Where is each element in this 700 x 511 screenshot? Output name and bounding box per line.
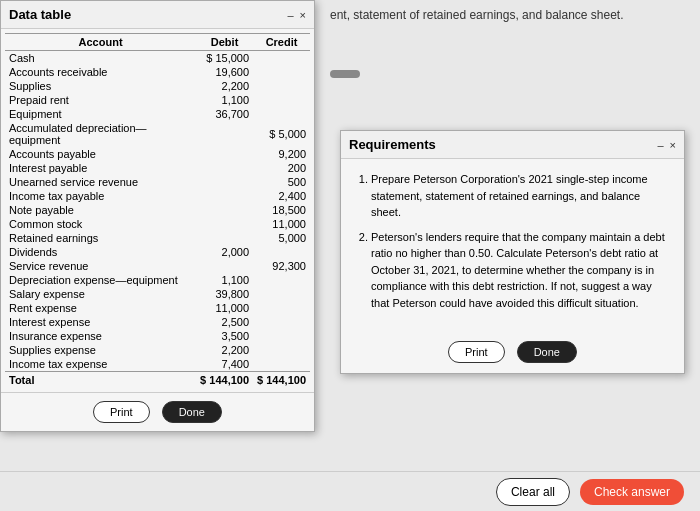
table-row: Insurance expense3,500 [5, 329, 310, 343]
cell-credit [253, 301, 310, 315]
total-debit: $ 144,100 [196, 372, 253, 389]
cell-credit [253, 79, 310, 93]
cell-debit: 2,200 [196, 343, 253, 357]
cell-credit [253, 343, 310, 357]
table-row: Equipment36,700 [5, 107, 310, 121]
cell-debit: 3,500 [196, 329, 253, 343]
cell-debit: 39,800 [196, 287, 253, 301]
cell-account: Accounts receivable [5, 65, 196, 79]
cell-debit: 1,100 [196, 273, 253, 287]
total-label: Total [5, 372, 196, 389]
cell-credit [253, 245, 310, 259]
req-modal-controls: – × [657, 139, 676, 151]
table-row: Common stock11,000 [5, 217, 310, 231]
table-row: Rent expense11,000 [5, 301, 310, 315]
requirements-modal-title: Requirements [349, 137, 436, 152]
table-row: Service revenue92,300 [5, 259, 310, 273]
col-credit: Credit [253, 34, 310, 51]
cell-account: Accumulated depreciation—equipment [5, 121, 196, 147]
table-row: Income tax expense7,400 [5, 357, 310, 372]
col-account: Account [5, 34, 196, 51]
requirements-body: Prepare Peterson Corporation's 2021 sing… [341, 159, 684, 331]
data-table-modal-header: Data table – × [1, 1, 314, 29]
table-row: Cash$ 15,000 [5, 51, 310, 66]
bg-middle-text: ent, statement of retained earnings, and… [330, 8, 624, 22]
cell-credit [253, 273, 310, 287]
cell-debit [196, 231, 253, 245]
data-table-print-button[interactable]: Print [93, 401, 150, 423]
cell-debit: 2,500 [196, 315, 253, 329]
clear-all-button[interactable]: Clear all [496, 478, 570, 506]
data-table-done-button[interactable]: Done [162, 401, 222, 423]
cell-account: Note payable [5, 203, 196, 217]
req-print-button[interactable]: Print [448, 341, 505, 363]
cell-debit: 11,000 [196, 301, 253, 315]
req-minimize-button[interactable]: – [657, 139, 663, 151]
cell-account: Common stock [5, 217, 196, 231]
cell-debit: 1,100 [196, 93, 253, 107]
cell-account: Dividends [5, 245, 196, 259]
cell-credit: 18,500 [253, 203, 310, 217]
requirements-modal-footer: Print Done [341, 331, 684, 373]
cell-account: Accounts payable [5, 147, 196, 161]
cell-debit: 2,000 [196, 245, 253, 259]
cell-credit: 11,000 [253, 217, 310, 231]
table-row: Supplies expense2,200 [5, 343, 310, 357]
data-table-modal-title: Data table [9, 7, 71, 22]
cell-account: Equipment [5, 107, 196, 121]
cell-account: Depreciation expense—equipment [5, 273, 196, 287]
requirement-item-1: Prepare Peterson Corporation's 2021 sing… [371, 171, 670, 221]
table-row: Retained earnings5,000 [5, 231, 310, 245]
req-done-button[interactable]: Done [517, 341, 577, 363]
cell-debit [196, 121, 253, 147]
table-row: Prepaid rent1,100 [5, 93, 310, 107]
cell-debit [196, 217, 253, 231]
cell-credit [253, 287, 310, 301]
cell-debit: 7,400 [196, 357, 253, 372]
cell-credit [253, 315, 310, 329]
data-table-modal-footer: Print Done [1, 392, 314, 431]
close-button[interactable]: × [300, 9, 306, 21]
table-row: Unearned service revenue500 [5, 175, 310, 189]
table-container: Account Debit Credit Cash$ 15,000Account… [1, 29, 314, 392]
cell-account: Rent expense [5, 301, 196, 315]
cell-debit [196, 189, 253, 203]
cell-credit: 9,200 [253, 147, 310, 161]
cell-credit: 200 [253, 161, 310, 175]
table-row: Salary expense39,800 [5, 287, 310, 301]
col-debit: Debit [196, 34, 253, 51]
data-table: Account Debit Credit Cash$ 15,000Account… [5, 33, 310, 388]
req-close-button[interactable]: × [670, 139, 676, 151]
table-row: Supplies2,200 [5, 79, 310, 93]
cell-account: Prepaid rent [5, 93, 196, 107]
cell-account: Income tax expense [5, 357, 196, 372]
cell-account: Service revenue [5, 259, 196, 273]
table-row: Accounts payable9,200 [5, 147, 310, 161]
ellipsis-bar [330, 70, 360, 78]
check-answer-button[interactable]: Check answer [580, 479, 684, 505]
minimize-button[interactable]: – [287, 9, 293, 21]
table-row: Interest payable200 [5, 161, 310, 175]
requirements-list: Prepare Peterson Corporation's 2021 sing… [355, 171, 670, 311]
cell-account: Interest expense [5, 315, 196, 329]
cell-credit: 500 [253, 175, 310, 189]
cell-debit [196, 161, 253, 175]
requirement-item-2: Peterson's lenders require that the comp… [371, 229, 670, 312]
cell-credit: 5,000 [253, 231, 310, 245]
cell-credit [253, 65, 310, 79]
cell-account: Insurance expense [5, 329, 196, 343]
cell-debit [196, 259, 253, 273]
cell-debit: $ 15,000 [196, 51, 253, 66]
cell-account: Income tax payable [5, 189, 196, 203]
requirements-modal: Requirements – × Prepare Peterson Corpor… [340, 130, 685, 374]
cell-account: Supplies expense [5, 343, 196, 357]
table-row: Accumulated depreciation—equipment$ 5,00… [5, 121, 310, 147]
cell-credit: 2,400 [253, 189, 310, 203]
cell-credit [253, 51, 310, 66]
cell-account: Interest payable [5, 161, 196, 175]
table-row: Interest expense2,500 [5, 315, 310, 329]
cell-credit [253, 107, 310, 121]
table-header-row: Account Debit Credit [5, 34, 310, 51]
bottom-bar: Clear all Check answer [0, 471, 700, 511]
cell-debit [196, 203, 253, 217]
